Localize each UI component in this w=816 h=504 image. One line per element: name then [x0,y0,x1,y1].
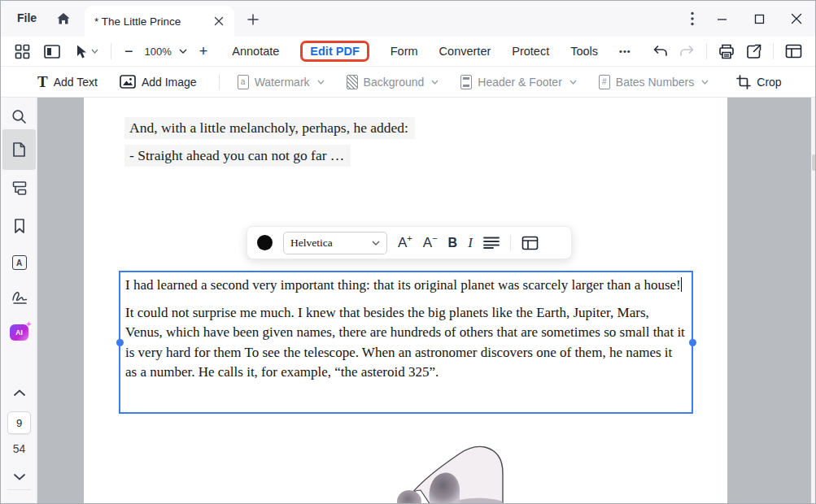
text-cursor [681,277,682,292]
page-text-line[interactable]: - Straight ahead you can not go far … [124,145,351,167]
page-thumbnails-icon[interactable] [1,141,37,158]
align-button[interactable] [483,237,500,249]
outline-tree-icon[interactable] [1,180,37,196]
tab-edit-pdf[interactable]: Edit PDF [300,41,369,62]
redo-icon[interactable] [679,41,695,62]
kebab-menu-icon[interactable] [683,10,701,28]
resize-handle-right[interactable] [689,339,696,346]
tab-protect[interactable]: Protect [512,45,549,58]
watermark-button[interactable]: a Watermark [238,75,325,89]
zoom-dropdown-icon[interactable] [179,41,187,62]
bates-numbers-label: Bates Numbers [616,76,694,89]
total-pages-label: 54 [1,442,37,455]
header-footer-dropdown-icon[interactable] [569,80,577,85]
document-tab[interactable]: * The Little Prince [85,6,234,37]
app-window: File * The Little Prince [0,0,816,504]
layout-panel-icon[interactable] [785,41,802,62]
italic-button[interactable]: I [468,235,473,251]
signature-icon[interactable] [1,289,37,306]
add-text-icon: T [37,74,48,89]
toolbar-separator [111,43,111,59]
sidebar-divider [7,489,31,490]
scrollbar-thumb[interactable] [812,154,816,171]
workspace: A AI✦ 9 54 And, with a little melancholy… [1,98,815,504]
search-icon[interactable] [1,108,37,124]
tab-annotate[interactable]: Annotate [232,45,279,58]
bates-numbers-dropdown-icon[interactable] [701,80,709,85]
increase-font-button[interactable]: A+ [398,236,412,250]
properties-panel-button[interactable] [521,236,539,250]
file-menu[interactable]: File [17,11,37,24]
pdf-page[interactable]: And, with a little melancholy, perhaps, … [84,98,727,504]
tab-form[interactable]: Form [391,45,418,58]
zoom-out-button[interactable]: − [124,41,133,62]
share-export-icon[interactable] [746,41,761,62]
home-button[interactable] [55,10,72,28]
add-text-label: Add Text [54,76,98,89]
current-page-input[interactable]: 9 [7,411,31,434]
font-family-select[interactable]: Helvetica [283,232,387,254]
zoom-level-value[interactable]: 100% [145,46,172,58]
resize-handle-left[interactable] [116,339,124,346]
decrease-font-button[interactable]: A− [423,236,438,250]
ai-assistant-icon[interactable]: AI✦ [1,324,37,341]
text-format-toolbar: Helvetica A+ A− B I [247,226,572,259]
bold-button[interactable]: B [448,236,458,250]
font-name-value: Helvetica [290,237,367,250]
crop-button[interactable]: Crop [736,75,781,89]
add-image-button[interactable]: Add Image [120,75,197,89]
header-footer-icon [460,75,472,89]
tab-title: * The Little Prince [94,15,212,28]
watermark-dropdown-icon[interactable] [317,80,325,85]
more-tabs-icon[interactable]: ••• [619,46,631,56]
background-button[interactable]: Background [347,75,439,89]
title-bar: File * The Little Prince [1,1,815,37]
background-icon [347,75,358,89]
header-footer-button[interactable]: Header & Footer [460,75,577,89]
watermark-icon: a [238,75,249,89]
minimize-button[interactable] [703,1,740,37]
add-text-button[interactable]: T Add Text [37,74,98,89]
vertical-scrollbar[interactable] [811,98,816,504]
close-window-button[interactable] [778,1,815,37]
edit-pdf-toolbar: T Add Text Add Image a Watermark Backgro… [1,67,815,98]
bates-numbers-icon: # [599,75,610,89]
editbar-separator [219,74,220,90]
cursor-dropdown-icon[interactable] [91,41,98,62]
side-panel-icon[interactable] [44,41,60,62]
tab-converter[interactable]: Converter [439,45,491,58]
annotations-icon[interactable]: A [1,254,37,271]
document-canvas[interactable]: And, with a little melancholy, perhaps, … [37,98,816,504]
page-text-line[interactable]: And, with a little melancholy, perhaps, … [124,117,415,139]
select-tool-cursor-icon[interactable] [74,41,88,62]
toolbar-right-group [652,41,815,62]
tab-tools[interactable]: Tools [570,45,598,58]
background-label: Background [364,76,425,89]
textbox-paragraph-2[interactable]: It could not surprise me much. I knew th… [125,303,687,383]
background-dropdown-icon[interactable] [431,80,439,85]
page-down-icon[interactable] [1,469,37,485]
zoom-in-button[interactable]: + [199,41,208,62]
print-icon[interactable] [718,41,735,62]
main-toolbar: − 100% + Annotate Edit PDF Form Converte… [1,37,815,67]
selected-textbox[interactable]: I had learned a second very important th… [119,271,693,414]
crop-label: Crop [757,76,781,89]
add-image-label: Add Image [142,76,197,89]
font-color-swatch[interactable] [257,235,273,250]
bates-numbers-button[interactable]: # Bates Numbers [599,75,709,89]
maximize-button[interactable] [740,1,778,37]
toolbar-separator [773,43,774,59]
new-tab-button[interactable] [245,11,261,28]
thumbnail-grid-icon[interactable] [15,41,30,62]
font-dropdown-icon [372,241,380,245]
textbox-paragraph-1[interactable]: I had learned a second very important th… [125,276,687,296]
toolbar-separator [706,43,707,59]
bookmarks-icon[interactable] [1,218,37,234]
format-separator [510,235,511,251]
undo-icon[interactable] [652,41,668,62]
tab-close-icon[interactable] [212,14,226,28]
collapse-up-icon[interactable] [1,385,37,401]
window-controls [703,1,815,37]
left-sidebar: A AI✦ 9 54 [1,98,37,504]
home-icon [55,11,72,27]
